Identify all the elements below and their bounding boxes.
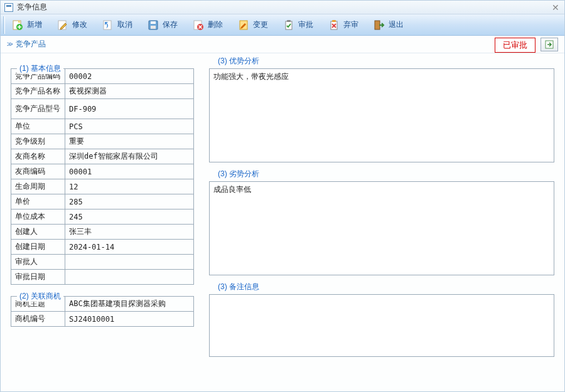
disadvantage-group: (3) 劣势分析 成品良率低 [209, 174, 554, 275]
field-label: 单价 [11, 194, 65, 209]
field-label: 竞争产品名称 [11, 84, 65, 99]
app-window: 竞争信息 ✕ 新增 修改 取消 保存 删除 变更 审批 [0, 0, 565, 392]
exit-label: 退出 [389, 19, 404, 30]
svg-rect-11 [287, 20, 291, 22]
titlebar: 竞争信息 ✕ [1, 1, 564, 14]
svg-rect-5 [151, 21, 156, 24]
status-badge: 已审批 [495, 38, 535, 53]
breadcrumb-bar: >> 竞争产品 已审批 [1, 36, 564, 53]
field-value[interactable]: 重要 [65, 134, 194, 149]
field-value[interactable]: SJ24010001 [65, 312, 194, 327]
field-label: 创建日期 [11, 240, 65, 255]
field-value[interactable]: DF-909 [65, 99, 194, 119]
edit-label: 修改 [72, 19, 87, 30]
notes-group: (3) 备注信息 [209, 287, 554, 357]
advantage-group: (3) 优势分析 功能强大，带夜光感应 [209, 61, 554, 162]
change-label: 变更 [253, 19, 268, 30]
field-value[interactable]: 245 [65, 209, 194, 225]
export-icon [545, 40, 554, 49]
save-button[interactable]: 保存 [143, 16, 186, 34]
breadcrumb[interactable]: 竞争产品 [16, 39, 46, 50]
advantage-legend: (3) 优势分析 [215, 56, 262, 66]
opportunity-group: (2) 关联商机 商机主题ABC集团基建项目探测器采购 商机编号SJ240100… [11, 296, 194, 327]
field-value[interactable] [65, 255, 194, 270]
save-icon [148, 19, 159, 31]
cancel-label: 取消 [117, 19, 132, 30]
field-value[interactable]: 深圳def智能家居有限公司 [65, 149, 194, 164]
basic-info-table: 竞争产品编码00002 竞争产品名称夜视探测器 竞争产品型号DF-909 单位P… [11, 68, 194, 285]
svg-rect-14 [375, 21, 380, 29]
opportunity-legend: (2) 关联商机 [17, 291, 63, 302]
field-label: 审批日期 [11, 270, 65, 285]
delete-button[interactable]: 删除 [188, 16, 231, 34]
add-button[interactable]: 新增 [8, 16, 50, 34]
window-title: 竞争信息 [17, 2, 47, 13]
change-button[interactable]: 变更 [234, 16, 276, 34]
delete-label: 删除 [208, 19, 223, 30]
field-label: 竞争级别 [11, 134, 65, 149]
field-label: 审批人 [11, 255, 65, 270]
field-value[interactable]: 夜视探测器 [65, 84, 194, 99]
right-column: (3) 优势分析 功能强大，带夜光感应 (3) 劣势分析 成品良率低 (3) 备… [209, 61, 554, 391]
edit-icon [57, 19, 68, 31]
basic-info-legend: (1) 基本信息 [17, 63, 63, 74]
field-label: 创建人 [11, 225, 65, 240]
abandon-label: 弃审 [343, 19, 358, 30]
export-button[interactable] [541, 38, 558, 51]
field-value[interactable]: 00002 [65, 69, 194, 84]
field-label: 商机编号 [11, 312, 65, 327]
change-icon [238, 19, 249, 31]
disadvantage-textarea[interactable]: 成品良率低 [209, 181, 554, 275]
field-label: 竞争产品型号 [11, 99, 65, 119]
add-icon [12, 19, 23, 31]
cancel-icon [102, 19, 114, 31]
add-label: 新增 [27, 19, 42, 30]
notes-legend: (3) 备注信息 [215, 282, 262, 292]
advantage-textarea[interactable]: 功能强大，带夜光感应 [209, 68, 554, 162]
field-value[interactable]: 2024-01-14 [65, 240, 194, 255]
toolbar-separator [3, 16, 5, 34]
svg-rect-6 [151, 26, 156, 29]
field-value[interactable]: 00001 [65, 164, 194, 179]
left-column: (1) 基本信息 竞争产品编码00002 竞争产品名称夜视探测器 竞争产品型号D… [11, 61, 194, 391]
field-value[interactable]: 12 [65, 179, 194, 194]
field-value[interactable]: ABC集团基建项目探测器采购 [65, 297, 194, 312]
approve-button[interactable]: 审批 [279, 16, 321, 34]
cancel-button[interactable]: 取消 [98, 16, 141, 34]
close-icon[interactable]: ✕ [552, 3, 559, 13]
field-label: 友商编码 [11, 164, 65, 179]
abandon-button[interactable]: 弃审 [324, 16, 367, 34]
field-value[interactable] [65, 270, 194, 285]
field-value[interactable]: 张三丰 [65, 225, 194, 240]
delete-icon [193, 19, 204, 31]
disadvantage-legend: (3) 劣势分析 [215, 169, 262, 179]
exit-button[interactable]: 退出 [369, 16, 412, 34]
toolbar: 新增 修改 取消 保存 删除 变更 审批 弃审 [1, 14, 564, 36]
field-label: 单位 [11, 119, 65, 134]
exit-icon [374, 19, 385, 31]
field-label: 生命周期 [11, 179, 65, 194]
field-label: 单位成本 [11, 209, 65, 225]
notes-textarea[interactable] [209, 294, 554, 357]
chevron-icon: >> [7, 41, 12, 48]
field-value[interactable]: PCS [65, 119, 194, 134]
abandon-icon [328, 19, 340, 31]
field-label: 友商名称 [11, 149, 65, 164]
basic-info-group: (1) 基本信息 竞争产品编码00002 竞争产品名称夜视探测器 竞争产品型号D… [11, 68, 194, 285]
save-label: 保存 [163, 19, 178, 30]
approve-label: 审批 [298, 19, 313, 30]
svg-rect-13 [332, 20, 336, 22]
approve-icon [283, 19, 294, 31]
content-area: (1) 基本信息 竞争产品编码00002 竞争产品名称夜视探测器 竞争产品型号D… [1, 53, 564, 391]
field-value[interactable]: 285 [65, 194, 194, 209]
edit-button[interactable]: 修改 [53, 16, 95, 34]
app-icon [4, 3, 13, 12]
